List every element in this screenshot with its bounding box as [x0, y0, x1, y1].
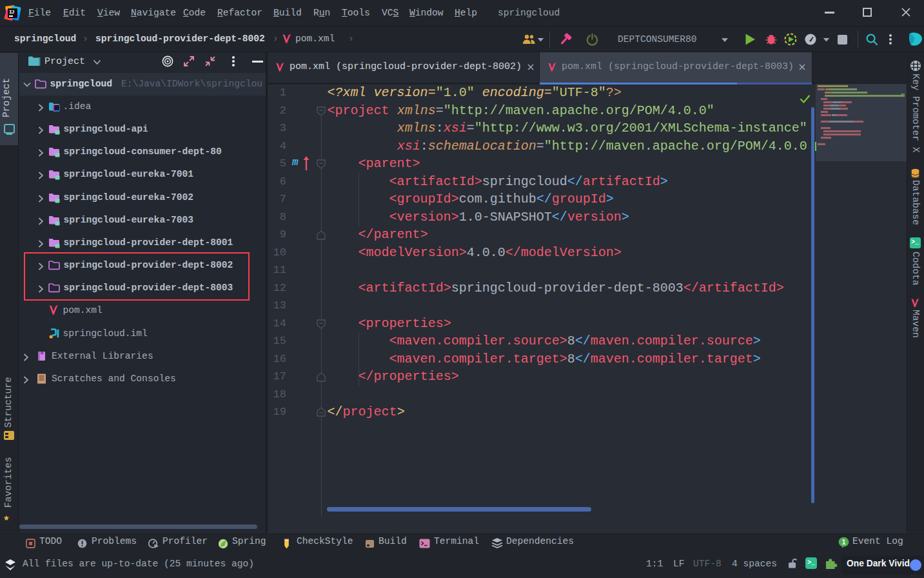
- svg-text:1: 1: [841, 538, 845, 546]
